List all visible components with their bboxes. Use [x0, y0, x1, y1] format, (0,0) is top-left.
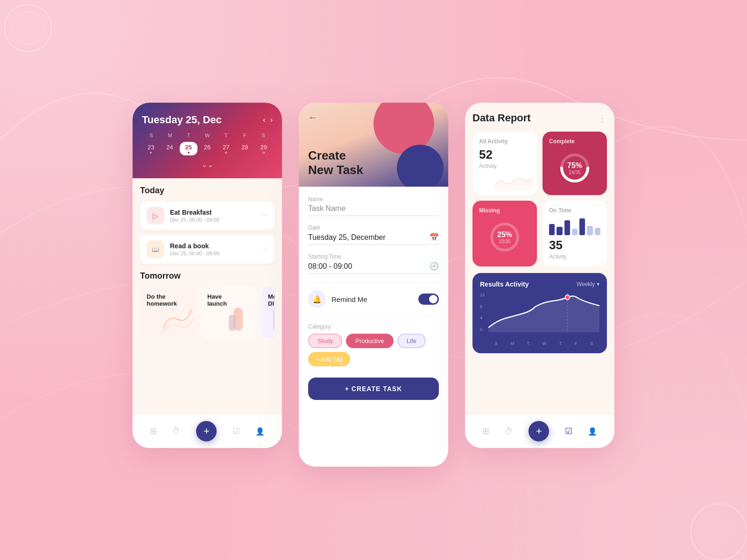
nav-grid-icon-p3[interactable]: ⊞ [482, 426, 489, 436]
x-label-f: F [575, 341, 578, 346]
task-menu-book[interactable]: ··· [262, 245, 268, 253]
report-options-button[interactable]: ⋮ [598, 112, 607, 124]
date-label: Date [308, 224, 439, 231]
next-month-button[interactable]: › [270, 116, 273, 124]
results-header: Results Activity Weekly ▾ [480, 280, 599, 288]
calendar-icon: 📅 [430, 233, 439, 242]
nav-add-button[interactable]: + [196, 421, 217, 441]
tomorrow-card-homework[interactable]: Do thehomework [140, 287, 196, 338]
nav-timer-icon[interactable]: ⏱ [172, 427, 181, 436]
category-tags: Study Productive Life + Add Tag [308, 334, 439, 366]
time-input[interactable]: 08:00 - 09:00 🕗 [308, 262, 439, 274]
bar-t2 [579, 218, 585, 235]
all-activity-label: All Activity [479, 138, 530, 145]
task-name-input[interactable]: Task Name [308, 204, 439, 216]
complete-pct: 75% [567, 161, 582, 170]
calendar-nav[interactable]: ‹ › [263, 116, 273, 124]
create-task-header: ← Create New Task [299, 103, 448, 187]
weekdays-row: S M T W T F S [142, 133, 273, 138]
on-time-unit: Activity [549, 253, 600, 260]
svg-point-0 [5, 5, 51, 51]
cal-day-28[interactable]: 28 [236, 142, 254, 155]
x-label-t2: T [559, 341, 562, 346]
nav-timer-icon-p3[interactable]: ⏱ [505, 427, 513, 436]
nav-check-icon[interactable]: ☑ [233, 426, 240, 436]
results-title: Results Activity [480, 280, 529, 288]
results-activity-card: Results Activity Weekly ▾ 12 8 4 0 [472, 273, 607, 353]
task-time-book: Dec 25, 08:00 - 09:00 [170, 251, 256, 256]
remind-row: 🔔 Remind Me [308, 282, 439, 316]
name-label: Name [308, 196, 439, 203]
task-menu-breakfast[interactable]: ··· [262, 211, 268, 220]
nav-user-icon-p3[interactable]: 👤 [588, 427, 597, 436]
cal-day-29[interactable]: 29 [255, 142, 273, 155]
clock-icon: 🕗 [430, 262, 439, 271]
bottom-nav-phone1: ⊞ ⏱ + ☑ 👤 [133, 414, 282, 448]
cal-day-23[interactable]: 23 [142, 142, 160, 155]
results-period-selector[interactable]: Weekly ▾ [577, 281, 599, 287]
cal-day-27[interactable]: 27 [217, 142, 235, 155]
nav-user-icon[interactable]: 👤 [255, 427, 265, 436]
chevron-down-icon: ▾ [597, 281, 599, 287]
complete-donut: 75% 24/35 [549, 147, 600, 189]
prev-month-button[interactable]: ‹ [263, 116, 265, 124]
weekday: S [254, 133, 273, 138]
create-task-button[interactable]: + CREATE TASK [308, 378, 439, 400]
cal-day-24[interactable]: 24 [161, 142, 178, 155]
date-row: Tuesday 25, Dec ‹ › [142, 114, 273, 126]
bar-s [549, 224, 555, 235]
phones-container: Tuesday 25, Dec ‹ › S M T W T F S 23 [133, 103, 614, 467]
add-tag-button[interactable]: + Add Tag [308, 352, 350, 366]
task-card-book[interactable]: 📖 Read a book Dec 25, 08:00 - 09:00 ··· [140, 235, 275, 264]
phone-create-task: ← Create New Task Name Task Name Date Tu… [299, 103, 448, 467]
date-input[interactable]: Tuesday 25, December 📅 [308, 233, 439, 245]
tag-productive[interactable]: Productive [346, 334, 393, 348]
calendar-header: Tuesday 25, Dec ‹ › S M T W T F S 23 [133, 103, 282, 178]
stats-grid: All Activity 52 Activity Complete [472, 132, 607, 266]
date-value: Tuesday 25, December [308, 233, 386, 242]
bar-f [587, 226, 592, 235]
complete-fraction: 24/35 [567, 170, 582, 175]
tag-study[interactable]: Study [308, 334, 342, 348]
tomorrow-card-launch[interactable]: Havelaunch [201, 287, 257, 338]
task-card-breakfast[interactable]: ▷ Eat Breakfast Dec 25, 08:00 - 09:00 ··… [140, 201, 275, 230]
bar-t1 [564, 220, 570, 235]
bar-s2 [595, 228, 600, 235]
remind-toggle[interactable] [418, 294, 439, 305]
remind-label: Remind Me [331, 295, 413, 303]
phone1-body: Today ▷ Eat Breakfast Dec 25, 08:00 - 09… [133, 178, 282, 414]
tomorrow-cards: Do thehomework Havelaunch [140, 287, 275, 338]
tomorrow-card-diy[interactable]: MoDIY [261, 287, 275, 338]
y-label-12: 12 [480, 293, 485, 297]
cal-day-26[interactable]: 26 [198, 142, 216, 155]
nav-check-icon-p3[interactable]: ☑ [565, 426, 572, 436]
task-info-breakfast: Eat Breakfast Dec 25, 08:00 - 09:00 [170, 209, 256, 223]
expand-calendar-button[interactable]: ⌄⌄ [142, 160, 273, 169]
stat-complete: Complete 75% 24/35 [543, 132, 607, 195]
period-label: Weekly [577, 281, 595, 287]
report-header: Data Report ⋮ [472, 112, 607, 124]
time-label: Starting Time [308, 253, 439, 260]
missing-donut-chart: 25% 10/35 [488, 220, 521, 254]
current-date: Tuesday 25, Dec [142, 114, 222, 126]
tomorrow-section-title: Tomorrow [140, 271, 275, 281]
back-button[interactable]: ← [308, 112, 317, 123]
complete-donut-chart: 75% 24/35 [558, 151, 592, 185]
cal-day-25[interactable]: 25 [180, 142, 197, 155]
homework-card-title: Do thehomework [147, 293, 190, 307]
complete-label: Complete [549, 138, 600, 145]
nav-grid-icon[interactable]: ⊞ [150, 426, 157, 436]
bar-w [572, 229, 578, 235]
phone3-body: Data Report ⋮ All Activity 52 Activity [465, 103, 614, 414]
x-label-s2: S [590, 341, 593, 346]
on-time-bar-chart [549, 217, 600, 235]
report-title: Data Report [472, 112, 531, 124]
weekday: M [161, 133, 179, 138]
x-label-s: S [495, 341, 498, 346]
task-icon-breakfast: ▷ [147, 207, 164, 224]
weekday: T [179, 133, 198, 138]
nav-add-button-p3[interactable]: + [529, 421, 549, 441]
bell-icon: 🔔 [308, 290, 326, 308]
tag-life[interactable]: Life [397, 334, 426, 348]
x-label-t1: T [527, 341, 530, 346]
